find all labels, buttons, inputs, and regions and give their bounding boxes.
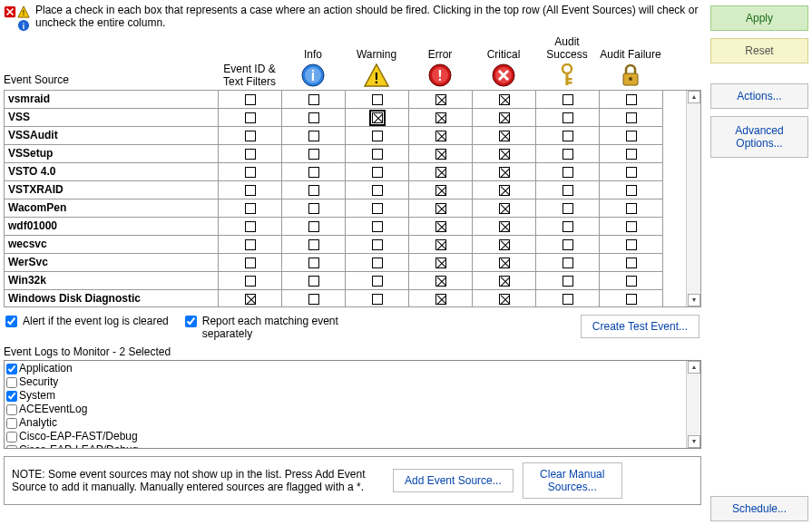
grid-checkbox[interactable]	[499, 185, 510, 196]
grid-cell[interactable]	[282, 236, 346, 254]
apply-button[interactable]: Apply	[710, 5, 808, 31]
event-logs-list[interactable]: ApplicationSecuritySystemACEEventLogAnal…	[4, 360, 701, 449]
grid-checkbox[interactable]	[245, 221, 256, 232]
grid-cell[interactable]	[409, 254, 473, 272]
grid-checkbox[interactable]	[245, 131, 256, 141]
grid-cell[interactable]	[219, 272, 282, 290]
grid-checkbox[interactable]	[435, 112, 446, 123]
grid-checkbox[interactable]	[245, 185, 256, 196]
grid-cell[interactable]	[219, 181, 282, 199]
log-checkbox[interactable]	[6, 432, 17, 442]
grid-cell[interactable]	[282, 272, 346, 290]
grid-checkbox[interactable]	[435, 239, 446, 250]
grid-cell[interactable]	[600, 236, 663, 254]
grid-cell[interactable]	[600, 254, 663, 272]
grid-cell[interactable]	[536, 199, 600, 218]
grid-checkbox[interactable]	[308, 258, 319, 268]
grid-checkbox[interactable]	[372, 239, 383, 250]
grid-cell[interactable]	[600, 199, 663, 218]
grid-cell[interactable]	[473, 254, 536, 272]
grid-cell[interactable]	[409, 272, 473, 290]
grid-cell[interactable]	[282, 199, 346, 218]
grid-checkbox[interactable]	[626, 167, 637, 178]
grid-cell[interactable]	[282, 218, 346, 236]
grid-checkbox[interactable]	[563, 112, 573, 123]
grid-checkbox[interactable]	[245, 94, 256, 105]
grid-checkbox[interactable]	[308, 294, 319, 305]
add-event-source-button[interactable]: Add Event Source...	[393, 469, 514, 492]
grid-checkbox[interactable]	[308, 112, 319, 123]
grid-checkbox[interactable]	[308, 131, 319, 141]
grid-cell[interactable]	[409, 218, 473, 236]
grid-checkbox[interactable]	[372, 185, 383, 196]
grid-cell[interactable]	[473, 109, 536, 127]
grid-checkbox[interactable]	[435, 294, 446, 305]
grid-checkbox[interactable]	[372, 276, 383, 287]
grid-cell[interactable]	[346, 290, 409, 306]
grid-checkbox[interactable]	[563, 185, 573, 196]
grid-checkbox[interactable]	[245, 258, 256, 268]
grid-checkbox[interactable]	[499, 221, 510, 232]
grid-checkbox[interactable]	[372, 131, 383, 141]
report-separately-checkbox[interactable]: Report each matching event separately	[185, 315, 367, 340]
grid-checkbox[interactable]	[372, 203, 383, 214]
grid-cell[interactable]	[473, 290, 536, 306]
grid-cell[interactable]	[536, 236, 600, 254]
grid-cell[interactable]	[219, 236, 282, 254]
grid-cell[interactable]	[473, 91, 536, 109]
scroll-down-button[interactable]: ▾	[688, 294, 700, 306]
grid-checkbox[interactable]	[435, 94, 446, 105]
grid-cell[interactable]	[600, 163, 663, 181]
grid-checkbox[interactable]	[626, 149, 637, 160]
grid-cell[interactable]	[282, 91, 346, 109]
reset-button[interactable]: Reset	[710, 38, 808, 63]
schedule-button[interactable]: Schedule...	[710, 496, 808, 521]
grid-checkbox[interactable]	[626, 203, 637, 214]
grid-cell[interactable]	[473, 272, 536, 290]
grid-checkbox[interactable]	[626, 131, 637, 141]
log-item[interactable]: ACEEventLog	[6, 403, 684, 416]
grid-checkbox[interactable]	[499, 203, 510, 214]
grid-cell[interactable]	[473, 145, 536, 163]
grid-checkbox[interactable]	[499, 258, 510, 268]
grid-checkbox[interactable]	[499, 112, 510, 123]
grid-checkbox[interactable]	[435, 167, 446, 178]
grid-checkbox[interactable]	[245, 167, 256, 178]
grid-cell[interactable]	[473, 181, 536, 199]
grid-checkbox[interactable]	[245, 149, 256, 160]
log-checkbox[interactable]	[6, 391, 17, 402]
grid-checkbox[interactable]	[563, 294, 573, 305]
grid-cell[interactable]	[473, 236, 536, 254]
grid-checkbox[interactable]	[245, 239, 256, 250]
grid-cell[interactable]	[346, 91, 409, 109]
grid-checkbox[interactable]	[308, 149, 319, 160]
grid-checkbox[interactable]	[499, 149, 510, 160]
event-source-grid[interactable]: vsmraidVSSVSSAuditVSSetupVSTO 4.0VSTXRAI…	[4, 90, 701, 307]
create-test-event-button[interactable]: Create Test Event...	[581, 315, 699, 338]
grid-cell[interactable]	[282, 109, 346, 127]
grid-cell[interactable]	[473, 199, 536, 218]
grid-cell[interactable]	[409, 91, 473, 109]
grid-checkbox[interactable]	[435, 149, 446, 160]
grid-checkbox[interactable]	[308, 221, 319, 232]
grid-cell[interactable]	[282, 181, 346, 199]
grid-checkbox[interactable]	[245, 294, 256, 305]
grid-checkbox[interactable]	[626, 276, 637, 287]
grid-checkbox[interactable]	[563, 239, 573, 250]
grid-cell[interactable]	[536, 91, 600, 109]
log-item[interactable]: Analytic	[6, 416, 684, 430]
grid-cell[interactable]	[600, 218, 663, 236]
grid-cell[interactable]	[282, 290, 346, 306]
grid-checkbox[interactable]	[563, 167, 573, 178]
grid-checkbox[interactable]	[372, 112, 383, 123]
grid-cell[interactable]	[219, 109, 282, 127]
grid-checkbox[interactable]	[499, 131, 510, 141]
grid-checkbox[interactable]	[245, 203, 256, 214]
grid-cell[interactable]	[219, 145, 282, 163]
grid-cell[interactable]	[346, 109, 409, 127]
grid-cell[interactable]	[409, 127, 473, 145]
grid-checkbox[interactable]	[563, 131, 573, 141]
grid-checkbox[interactable]	[372, 94, 383, 105]
grid-checkbox[interactable]	[372, 167, 383, 178]
grid-checkbox[interactable]	[563, 258, 573, 268]
